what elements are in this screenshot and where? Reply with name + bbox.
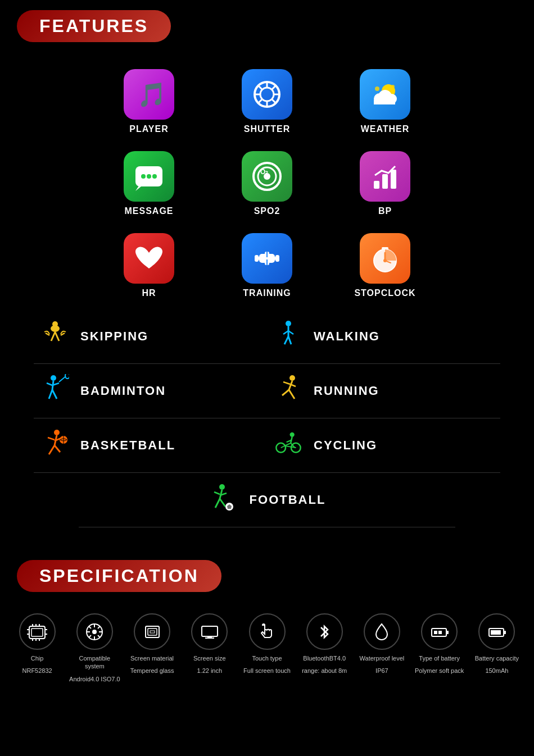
svg-line-75 [55,445,60,452]
app-icons-grid: 🎵 PLAYER SHUT [112,69,422,298]
app-item-stopclock: STOPCLOCK [354,233,415,298]
app-item-shutter: SHUTTER [242,69,292,134]
svg-line-66 [283,382,290,384]
svg-point-70 [54,430,60,435]
svg-line-115 [98,635,100,637]
svg-rect-35 [256,257,278,259]
app-icons-section: 🎵 PLAYER SHUT [0,52,534,304]
svg-rect-29 [391,170,396,189]
svg-point-56 [51,375,56,381]
waterproof-spec-value: IP67 [375,667,388,675]
svg-rect-127 [438,631,442,634]
svg-line-93 [220,499,225,507]
spec-item-battery-type: Type of battery Polymer soft pack [414,613,465,683]
svg-line-74 [49,445,55,454]
svg-point-64 [289,375,295,381]
hr-label: HR [142,288,156,298]
screen-material-spec-value: Tempered glass [130,667,174,675]
sport-item-football: FOOTBALL [79,473,455,527]
spo2-icon: O₂ [242,151,292,202]
spec-item-bluetooth: BluetoothBT4.0 range: about 8m [298,613,350,683]
app-item-training: TRAINING [242,233,292,298]
spec-item-screen-material: Screen material Tempered glass [126,613,178,683]
football-sport-icon [209,483,239,517]
touch-spec-value: Full screen touch [243,667,291,675]
svg-line-8 [272,99,276,103]
svg-rect-126 [434,631,437,634]
svg-line-9 [272,85,276,89]
bp-label: BP [378,206,392,216]
svg-line-92 [215,499,220,508]
player-label: PLAYER [129,124,168,134]
svg-line-54 [284,336,288,344]
sport-item-basketball: BASKETBALL [34,418,267,473]
svg-rect-120 [150,631,155,633]
svg-rect-36 [255,255,259,262]
shutter-label: SHUTTER [244,124,291,134]
sport-item-skipping: SKIPPING [34,309,267,364]
player-icon: 🎵 [124,69,174,120]
sport-item-cycling: CYCLING [267,418,500,473]
svg-line-62 [59,376,66,382]
svg-rect-121 [202,626,218,636]
sport-item-walking: WALKING [267,309,500,364]
chip-icon [19,613,56,650]
waterproof-icon [364,613,400,650]
svg-line-47 [55,332,59,341]
svg-line-10 [258,99,262,103]
screen-size-spec-label: Screen size [193,654,225,662]
cycling-sport-icon [273,429,304,462]
svg-line-117 [89,635,91,637]
svg-point-63 [65,374,69,379]
weather-icon [360,69,410,120]
battery-capacity-icon [478,613,515,650]
svg-point-17 [391,85,395,88]
spo2-label: SPO2 [254,206,280,216]
training-icon [242,233,292,284]
svg-line-46 [51,332,55,341]
cycling-label: CYCLING [314,438,377,453]
svg-line-114 [89,626,91,629]
sports-grid: SKIPPING WALKING [34,309,500,473]
battery-type-spec-label: Type of battery [419,654,460,662]
features-badge: FEATURES [17,10,171,42]
basketball-sport-icon [39,429,70,462]
compatible-icon [76,613,113,650]
app-item-player: 🎵 PLAYER [124,69,174,134]
message-icon [124,151,174,202]
compatible-spec-label: Compatible system [69,654,120,671]
spec-item-screen-size: Screen size 1.22 inch [184,613,236,683]
chip-spec-value: NRF52832 [22,667,52,675]
weather-label: WEATHER [361,124,410,134]
bp-icon [360,151,410,202]
battery-capacity-spec-label: Battery capacity [475,654,519,662]
screen-material-spec-label: Screen material [130,654,174,662]
svg-rect-119 [148,629,157,635]
walking-label: WALKING [314,329,380,344]
svg-point-21 [147,174,151,179]
sport-item-badminton: BADMINTON [34,364,267,418]
touch-icon [249,613,286,650]
bluetooth-icon [306,613,343,650]
bluetooth-spec-label: BluetoothBT4.0 [303,654,346,662]
compatible-spec-value: Android4.0 ISO7.0 [69,675,120,683]
svg-point-109 [92,630,97,634]
svg-rect-130 [491,630,501,635]
app-item-bp: BP [360,151,410,216]
stopclock-label: STOPCLOCK [354,288,415,298]
svg-point-45 [51,325,60,332]
badminton-label: BADMINTON [80,384,166,398]
svg-rect-37 [275,255,279,262]
svg-rect-15 [374,100,395,104]
svg-point-22 [152,174,157,179]
svg-point-2 [260,88,274,101]
shutter-icon [242,69,292,120]
skipping-label: SKIPPING [80,329,148,344]
spec-item-chip: Chip NRF52832 [11,613,63,683]
spec-item-battery-capacity: Battery capacity 150mAh [471,613,523,683]
svg-line-58 [47,383,52,385]
svg-line-72 [48,438,55,440]
svg-line-85 [280,446,284,448]
screen-size-icon [191,613,228,650]
spec-item-waterproof: Waterproof level IP67 [356,613,408,683]
